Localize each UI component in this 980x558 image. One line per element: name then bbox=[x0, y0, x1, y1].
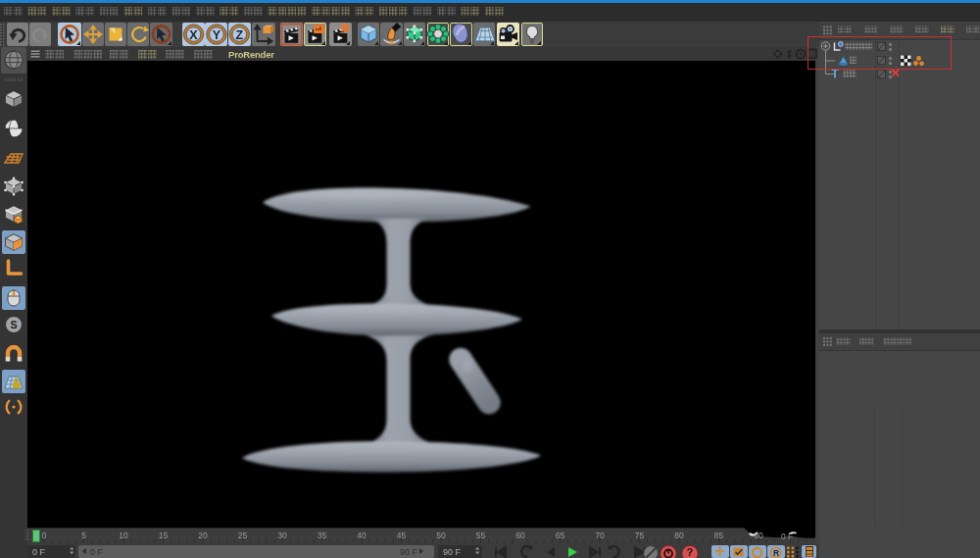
svg-text:S: S bbox=[10, 319, 17, 330]
